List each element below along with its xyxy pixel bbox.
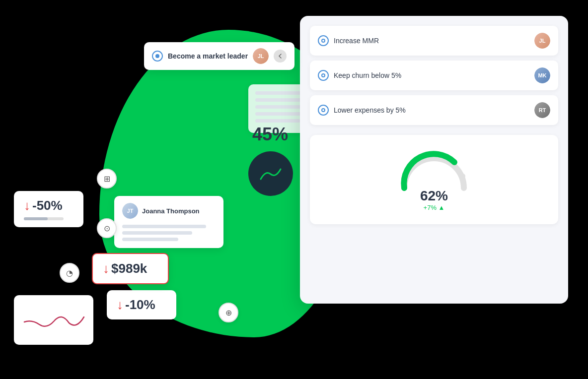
person-line-1 — [122, 225, 206, 228]
gauge-container: 62% +7% ▲ — [394, 148, 474, 211]
scene: ⊞ ⊙ ◔ ⊕ ↑ 45% — [0, 0, 588, 379]
market-leader-avatar-img: JL — [253, 48, 269, 64]
float-card-50: ↓ -50% — [14, 191, 83, 227]
person-name: Joanna Thompson — [142, 207, 200, 215]
float-card-50-value: ↓ -50% — [24, 198, 74, 213]
okr-label-expenses: Lower expenses by 5% — [334, 106, 406, 114]
float-card-bar-fill — [24, 217, 48, 220]
stat-45: ↑ 45% — [243, 124, 288, 145]
avatar-img-churn: MK — [534, 67, 550, 83]
okr-icon-mmr — [318, 35, 329, 46]
arrow-up-icon: ↑ — [243, 126, 250, 142]
gauge-svg — [394, 148, 474, 193]
doc-line-5 — [255, 119, 300, 123]
person-line-3 — [122, 238, 178, 241]
okr-dot — [155, 54, 159, 58]
okr-item-churn[interactable]: Keep churn below 5% MK — [310, 61, 558, 90]
person-lines — [122, 225, 216, 241]
float-card-bar — [24, 217, 64, 220]
avatar-churn: MK — [534, 67, 550, 83]
avatar-img-expenses: RT — [534, 102, 550, 118]
market-leader-avatar: JL — [253, 48, 269, 64]
okr-item-churn-left: Keep churn below 5% — [318, 70, 401, 81]
market-leader-okr-icon — [152, 51, 163, 62]
person-card-header: JT Joanna Thompson — [122, 203, 216, 219]
okr-item-mmr[interactable]: Increase MMR JL — [310, 26, 558, 56]
gauge-value: 62% — [420, 188, 448, 204]
down-arrow-money: ↓ — [103, 261, 109, 276]
avatar-img-mmr: JL — [534, 33, 550, 49]
gauge-change: +7% ▲ — [424, 204, 445, 211]
person-line-2 — [122, 231, 192, 235]
metric-panel: 62% +7% ▲ — [310, 135, 558, 224]
okr-list: Increase MMR JL Keep churn below 5% MK — [310, 26, 558, 125]
back-button[interactable] — [274, 50, 287, 63]
okr-item-mmr-left: Increase MMR — [318, 35, 379, 46]
avatar-mmr: JL — [534, 33, 550, 49]
okr-item-expenses[interactable]: Lower expenses by 5% RT — [310, 95, 558, 125]
market-leader-card[interactable]: Become a market leader JL — [144, 42, 294, 70]
dark-circle-icon — [248, 151, 293, 196]
percent-card: ↓ -10% — [107, 290, 176, 319]
person-card: JT Joanna Thompson — [114, 196, 223, 248]
chart-icon: ◔ — [60, 263, 79, 283]
person-avatar-img: JT — [122, 203, 138, 219]
svg-point-0 — [460, 174, 465, 179]
db-icon: ⊙ — [97, 218, 117, 238]
table-icon: ⊞ — [97, 169, 117, 189]
money-card: ↓ $989k — [92, 253, 169, 284]
line-chart-svg — [22, 302, 86, 334]
avatar-expenses: RT — [534, 102, 550, 118]
globe-icon: ⊕ — [219, 303, 238, 322]
main-panel: Increase MMR JL Keep churn below 5% MK — [300, 16, 568, 304]
okr-label-mmr: Increase MMR — [334, 37, 379, 45]
okr-icon-expenses — [318, 105, 329, 116]
down-arrow-10: ↓ — [117, 297, 123, 313]
okr-icon-churn — [318, 70, 329, 81]
okr-label-churn: Keep churn below 5% — [334, 71, 401, 79]
okr-item-expenses-left: Lower expenses by 5% — [318, 105, 406, 116]
money-card-value: ↓ $989k — [103, 261, 158, 276]
line-chart-card — [14, 295, 93, 345]
percent-card-value: ↓ -10% — [117, 297, 166, 313]
person-avatar: JT — [122, 203, 138, 219]
market-leader-label: Become a market leader — [168, 52, 248, 60]
down-arrow-50: ↓ — [24, 198, 30, 213]
